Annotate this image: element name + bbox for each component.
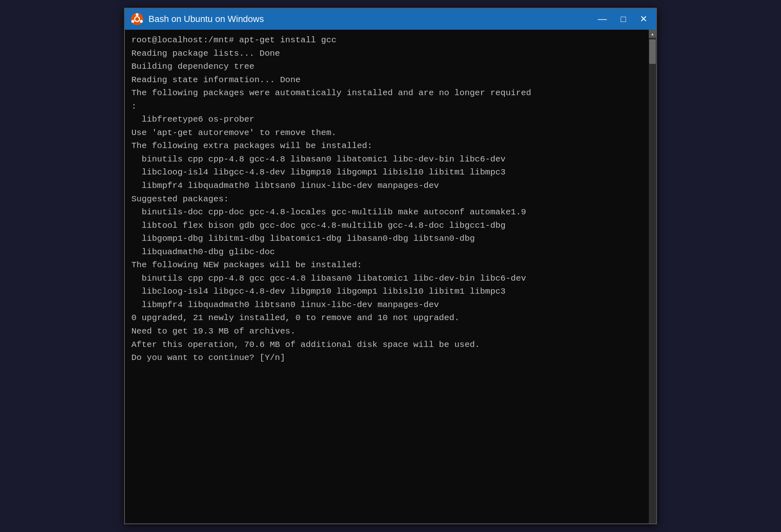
scrollbar[interactable]: ▲ [649, 30, 656, 523]
svg-point-2 [136, 13, 139, 16]
titlebar: Bash on Ubuntu on Windows — □ ✕ [125, 9, 656, 30]
maximize-button[interactable]: □ [617, 14, 629, 24]
terminal-text: root@localhost:/mnt# apt-get install gcc… [131, 34, 642, 365]
window-title: Bash on Ubuntu on Windows [148, 14, 595, 24]
terminal-window: Bash on Ubuntu on Windows — □ ✕ root@loc… [124, 8, 657, 524]
terminal-output[interactable]: root@localhost:/mnt# apt-get install gcc… [125, 30, 649, 523]
close-button[interactable]: ✕ [637, 14, 650, 24]
minimize-button[interactable]: — [595, 14, 610, 24]
terminal-body: root@localhost:/mnt# apt-get install gcc… [125, 30, 656, 523]
scrollbar-thumb[interactable] [649, 39, 656, 64]
window-controls: — □ ✕ [595, 14, 650, 24]
ubuntu-icon [131, 13, 144, 26]
svg-point-3 [140, 20, 143, 23]
scroll-up-arrow[interactable]: ▲ [649, 30, 656, 38]
svg-point-4 [131, 20, 134, 23]
